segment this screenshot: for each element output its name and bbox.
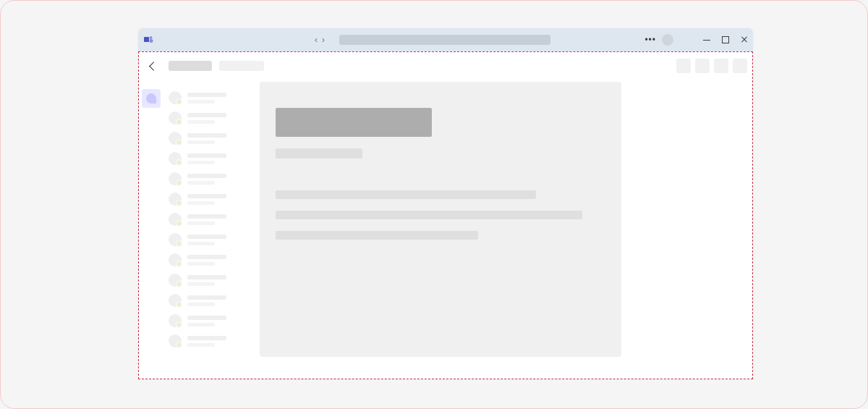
list-item[interactable] bbox=[164, 331, 260, 351]
list-item[interactable] bbox=[164, 189, 260, 209]
chat-preview bbox=[187, 275, 226, 286]
header-action-button[interactable] bbox=[733, 59, 747, 73]
chat-preview bbox=[187, 214, 226, 225]
more-menu-icon[interactable]: ••• bbox=[644, 28, 656, 51]
title-bar: ‹ › ••• bbox=[138, 28, 753, 51]
content-card bbox=[260, 82, 621, 357]
avatar bbox=[169, 314, 182, 327]
avatar bbox=[169, 193, 182, 206]
svg-rect-2 bbox=[150, 39, 153, 43]
history-nav: ‹ › bbox=[315, 28, 325, 51]
avatar bbox=[169, 253, 182, 266]
avatar bbox=[169, 233, 182, 246]
chat-preview bbox=[187, 113, 226, 124]
list-item[interactable] bbox=[164, 209, 260, 229]
svg-point-1 bbox=[150, 36, 153, 39]
list-item[interactable] bbox=[164, 148, 260, 169]
search-input[interactable] bbox=[339, 35, 550, 45]
card-body-line bbox=[276, 231, 478, 240]
card-title bbox=[276, 108, 432, 137]
chat-preview bbox=[187, 133, 226, 144]
card-body bbox=[276, 190, 605, 240]
page-header bbox=[138, 51, 753, 80]
maximize-button[interactable] bbox=[721, 35, 730, 44]
avatar bbox=[169, 274, 182, 287]
header-action-button[interactable] bbox=[714, 59, 728, 73]
chat-preview bbox=[187, 174, 226, 185]
chat-bubble-icon bbox=[146, 93, 156, 104]
chat-preview bbox=[187, 295, 226, 306]
nav-forward-icon[interactable]: › bbox=[322, 35, 325, 44]
chat-preview bbox=[187, 194, 226, 205]
account-avatar[interactable] bbox=[662, 34, 673, 46]
nav-back-icon[interactable]: ‹ bbox=[315, 35, 318, 44]
example-frame: ‹ › ••• bbox=[0, 0, 868, 409]
card-body-line bbox=[276, 211, 582, 219]
avatar bbox=[169, 213, 182, 226]
avatar bbox=[169, 172, 182, 185]
avatar bbox=[169, 111, 182, 125]
list-item[interactable] bbox=[164, 270, 260, 290]
avatar bbox=[169, 132, 182, 145]
avatar bbox=[169, 334, 182, 347]
svg-rect-0 bbox=[144, 37, 149, 42]
list-item[interactable] bbox=[164, 169, 260, 189]
list-item[interactable] bbox=[164, 229, 260, 250]
list-item[interactable] bbox=[164, 128, 260, 148]
chat-preview bbox=[187, 336, 226, 347]
app-rail bbox=[138, 80, 164, 379]
app-body bbox=[138, 51, 753, 379]
list-item[interactable] bbox=[164, 311, 260, 331]
chat-preview bbox=[187, 153, 226, 164]
card-body-line bbox=[276, 190, 536, 199]
breadcrumb[interactable] bbox=[219, 61, 264, 71]
close-button[interactable] bbox=[740, 35, 749, 44]
header-action-button[interactable] bbox=[695, 59, 710, 73]
avatar bbox=[169, 91, 182, 104]
back-button[interactable] bbox=[144, 57, 161, 75]
header-actions bbox=[676, 59, 747, 73]
chat-preview bbox=[187, 235, 226, 245]
teams-window: ‹ › ••• bbox=[138, 28, 753, 379]
chat-preview bbox=[187, 316, 226, 326]
breadcrumb[interactable] bbox=[169, 61, 212, 71]
content-area bbox=[260, 80, 753, 379]
main-area bbox=[138, 80, 753, 379]
teams-logo-icon bbox=[144, 35, 154, 45]
rail-item-chat[interactable] bbox=[142, 89, 161, 108]
header-action-button[interactable] bbox=[676, 59, 691, 73]
minimize-button[interactable] bbox=[702, 35, 711, 44]
list-item[interactable] bbox=[164, 108, 260, 128]
card-subtitle bbox=[276, 148, 362, 159]
list-item[interactable] bbox=[164, 290, 260, 311]
avatar bbox=[169, 294, 182, 307]
window-controls bbox=[702, 28, 749, 51]
chat-list bbox=[164, 80, 260, 379]
list-item[interactable] bbox=[164, 250, 260, 270]
chat-preview bbox=[187, 93, 226, 104]
chat-preview bbox=[187, 255, 226, 266]
list-item[interactable] bbox=[164, 88, 260, 108]
avatar bbox=[169, 152, 182, 165]
